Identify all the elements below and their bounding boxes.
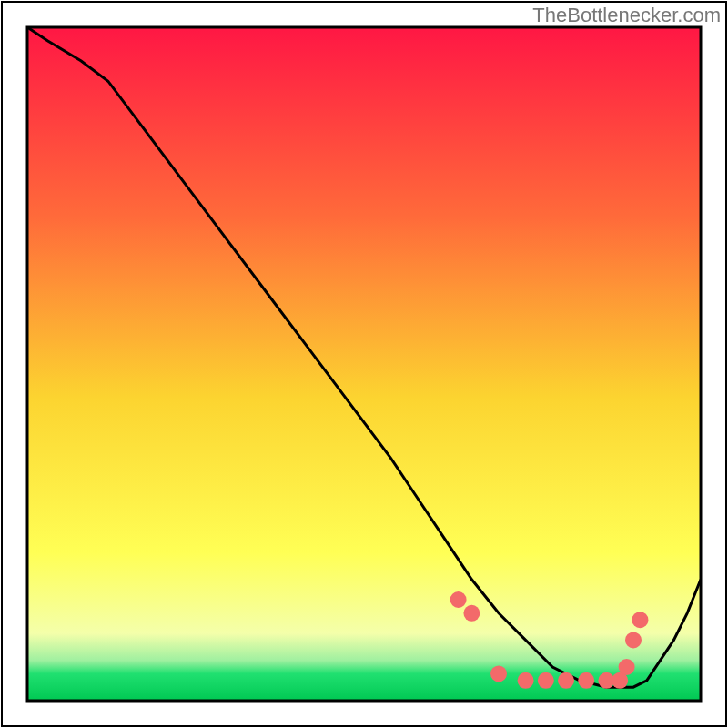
data-point [619, 659, 635, 675]
chart-svg [0, 0, 728, 728]
data-point [450, 592, 467, 608]
data-point [632, 612, 648, 628]
data-point [625, 632, 642, 648]
watermark-text: TheBottlenecker.com [532, 4, 721, 27]
chart-container: TheBottlenecker.com [0, 0, 728, 728]
data-point [578, 672, 594, 689]
data-point [463, 605, 480, 622]
plot-background [27, 27, 701, 701]
data-point [490, 665, 507, 682]
data-point [538, 672, 554, 689]
data-point [518, 672, 534, 689]
data-point [558, 672, 574, 689]
